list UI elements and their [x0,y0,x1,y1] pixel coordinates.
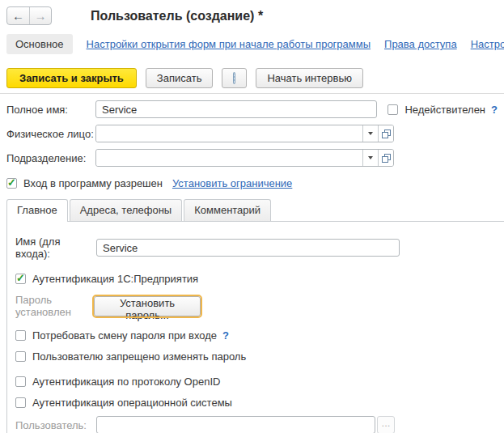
login-name-row: Имя (для входа): [15,236,498,260]
tab-addresses[interactable]: Адреса, телефоны [70,199,183,221]
department-label: Подразделение: [6,152,95,164]
back-arrow-icon: ← [12,10,24,22]
history-nav-group: ← → [6,6,52,25]
login-name-input[interactable] [96,239,400,257]
nav-item-main[interactable]: Основное [6,34,73,54]
tab-bar: Главное Адреса, телефоны Комментарий [6,199,504,221]
require-change-checkbox[interactable] [15,330,26,341]
person-row: Физическое лицо: [6,125,498,142]
full-name-row: Полное имя: Недействителен ? [6,100,498,118]
nav-links-row: Основное Настройки открытия форм при нач… [0,25,504,54]
document-list-icon [233,72,235,84]
full-name-label: Полное имя: [6,104,95,116]
person-input[interactable] [96,125,362,142]
choose-from-list-icon [382,129,391,138]
invalid-checkbox-label[interactable]: Недействителен [404,104,485,116]
forbid-change-label[interactable]: Пользователю запрещено изменять пароль [32,350,246,363]
openid-row: Аутентификация по протоколу OpenID [15,376,498,388]
forbid-change-checkbox[interactable] [15,351,26,362]
os-user-input [96,416,375,433]
os-user-row: Пользователь: ... [15,416,498,433]
login-allowed-label[interactable]: Вход в программу разрешен [23,177,163,189]
auth-1c-row: Аутентификация 1С:Предприятия [15,273,498,285]
person-label: Физическое лицо: [6,128,95,140]
invalid-checkbox[interactable] [388,104,398,115]
nav-link-settings[interactable]: Настройки [471,38,504,50]
set-restriction-link[interactable]: Установить ограничение [172,177,292,189]
page-title: Пользователь (создание) * [91,9,263,23]
auth-1c-label[interactable]: Аутентификация 1С:Предприятия [32,273,198,285]
require-change-label[interactable]: Потребовать смену пароля при входе [32,329,217,342]
forbid-change-row: Пользователю запрещено изменять пароль [15,350,498,363]
choose-from-list-icon [382,154,391,163]
person-dropdown-button[interactable] [362,125,378,142]
tab-comment[interactable]: Комментарий [184,199,271,221]
department-row: Подразделение: [6,149,498,167]
auth-1c-checkbox[interactable] [15,274,26,284]
os-user-label: Пользователь: [15,419,96,431]
login-allowed-checkbox[interactable] [6,178,17,189]
department-combobox [95,149,394,167]
back-button[interactable]: ← [7,7,29,24]
require-change-row: Потребовать смену пароля при входе ? [15,329,498,342]
full-name-input[interactable] [95,100,377,118]
nav-link-form-open-settings[interactable]: Настройки открытия форм при начале работ… [87,38,371,50]
nav-link-access-rights[interactable]: Права доступа [384,38,457,50]
login-name-label: Имя (для входа): [15,236,96,260]
save-button[interactable]: Записать [146,68,214,88]
tab-panel-main: Имя (для входа): Аутентификация 1С:Предп… [6,221,504,433]
os-auth-checkbox[interactable] [15,397,26,408]
login-allowed-row: Вход в программу разрешен Установить огр… [6,177,498,189]
password-status-label: Пароль установлен [15,294,94,318]
openid-label[interactable]: Аутентификация по протоколу OpenID [32,376,220,388]
invalid-help-link[interactable]: ? [491,104,498,116]
chevron-down-icon [368,156,373,159]
set-password-button[interactable]: Установить пароль... [94,296,201,316]
department-input[interactable] [96,150,362,166]
document-list-button[interactable] [222,68,247,88]
start-interview-button[interactable]: Начать интервью [256,68,363,88]
os-auth-label[interactable]: Аутентификация операционной системы [32,397,232,409]
os-auth-row: Аутентификация операционной системы [15,397,498,409]
chevron-down-icon [368,132,373,135]
forward-button[interactable]: → [29,7,51,24]
openid-checkbox[interactable] [15,376,26,387]
command-bar: Записать и закрыть Записать Начать интер… [0,68,504,94]
person-choose-button[interactable] [378,125,393,142]
os-user-more-button: ... [377,416,395,433]
department-choose-button[interactable] [378,150,393,166]
person-combobox [95,125,394,142]
forward-arrow-icon: → [35,10,47,22]
tab-main[interactable]: Главное [6,199,68,221]
department-dropdown-button[interactable] [362,150,378,166]
require-change-help-link[interactable]: ? [222,329,229,342]
save-and-close-button[interactable]: Записать и закрыть [6,68,137,88]
password-row: Пароль установлен Установить пароль... [15,294,498,318]
window-header: ← → Пользователь (создание) * [0,0,504,25]
